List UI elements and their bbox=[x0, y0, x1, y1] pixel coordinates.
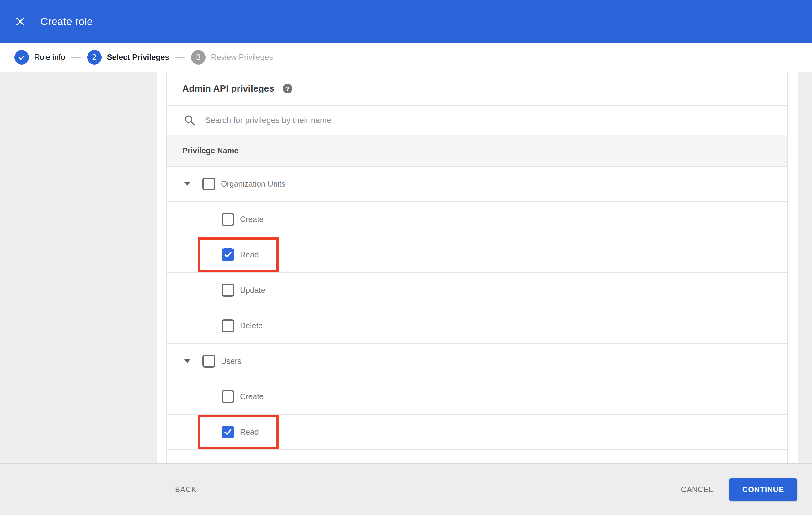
highlight-box bbox=[198, 415, 279, 450]
privilege-checkbox[interactable] bbox=[222, 248, 234, 261]
step-2-label: Select Privileges bbox=[107, 53, 169, 62]
cancel-button[interactable]: CANCEL bbox=[681, 485, 713, 494]
privilege-label: Delete bbox=[240, 321, 263, 330]
privilege-row-create[interactable]: Create bbox=[167, 202, 787, 237]
create-role-dialog: Create role Role info 2 Select Privilege… bbox=[0, 0, 812, 515]
privilege-checkbox[interactable] bbox=[222, 426, 234, 438]
content-area: Admin API privileges ? Privilege Name bbox=[0, 72, 812, 463]
step-3-circle: 3 bbox=[191, 50, 205, 65]
privilege-label: Users bbox=[221, 357, 241, 366]
privilege-row-read[interactable]: Read bbox=[167, 237, 787, 273]
highlight-box bbox=[198, 237, 279, 272]
privilege-label: Update bbox=[240, 286, 265, 295]
continue-button[interactable]: CONTINUE bbox=[729, 478, 797, 501]
step-connector bbox=[175, 57, 185, 58]
column-header-row: Privilege Name bbox=[167, 135, 787, 166]
privilege-checkbox[interactable] bbox=[222, 390, 234, 403]
search-row bbox=[167, 106, 787, 135]
step-review-privileges[interactable]: 3 Review Privileges bbox=[191, 50, 273, 65]
privilege-checkbox[interactable] bbox=[222, 213, 234, 226]
check-icon bbox=[18, 53, 26, 61]
privilege-row-read[interactable]: Read bbox=[167, 415, 787, 450]
check-icon bbox=[223, 250, 233, 260]
privilege-label: Create bbox=[240, 392, 264, 401]
privilege-label: Read bbox=[240, 427, 259, 436]
page-title: Create role bbox=[40, 16, 93, 28]
column-header-label: Privilege Name bbox=[182, 146, 238, 155]
privilege-row-update[interactable]: Update bbox=[167, 273, 787, 308]
step-2-circle: 2 bbox=[87, 50, 102, 65]
step-1-label: Role info bbox=[34, 53, 65, 62]
privilege-checkbox[interactable] bbox=[222, 319, 234, 332]
close-x-glyph bbox=[16, 17, 25, 26]
privilege-checkbox[interactable] bbox=[202, 178, 215, 190]
privilege-checkbox[interactable] bbox=[222, 284, 234, 297]
search-icon bbox=[184, 115, 196, 126]
privilege-checkbox[interactable] bbox=[202, 355, 215, 368]
help-icon[interactable]: ? bbox=[283, 84, 292, 93]
footer-bar: BACK CANCEL CONTINUE bbox=[0, 463, 812, 515]
step-3-label: Review Privileges bbox=[211, 53, 273, 62]
app-header: Create role bbox=[0, 0, 812, 43]
privilege-row-delete[interactable]: Delete bbox=[167, 308, 787, 344]
privileges-card: Admin API privileges ? Privilege Name bbox=[157, 72, 798, 463]
card-heading-row: Admin API privileges ? bbox=[167, 72, 787, 106]
step-1-circle bbox=[14, 50, 29, 65]
privilege-row-organization-units[interactable]: Organization Units bbox=[167, 166, 787, 202]
search-input[interactable] bbox=[205, 115, 787, 125]
step-role-info[interactable]: Role info bbox=[14, 50, 65, 65]
back-button[interactable]: BACK bbox=[175, 485, 197, 494]
stepper: Role info 2 Select Privileges 3 Review P… bbox=[0, 43, 812, 72]
section-title: Admin API privileges bbox=[182, 84, 274, 94]
expand-triangle-icon[interactable] bbox=[184, 182, 190, 186]
check-icon bbox=[223, 427, 233, 437]
step-select-privileges[interactable]: 2 Select Privileges bbox=[87, 50, 169, 65]
privilege-label: Read bbox=[240, 250, 259, 260]
privilege-row-create[interactable]: Create bbox=[167, 379, 787, 415]
privilege-row-users[interactable]: Users bbox=[167, 344, 787, 379]
expand-triangle-icon[interactable] bbox=[184, 359, 190, 363]
privileges-table: Admin API privileges ? Privilege Name bbox=[166, 72, 787, 463]
step-connector bbox=[71, 57, 81, 58]
close-icon[interactable] bbox=[14, 16, 26, 28]
privilege-label: Organization Units bbox=[221, 179, 286, 188]
privilege-rows: Organization Units Create Read Update bbox=[167, 166, 787, 450]
privilege-label: Create bbox=[240, 215, 264, 224]
